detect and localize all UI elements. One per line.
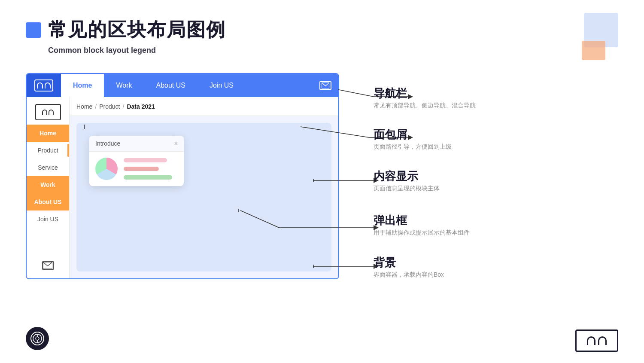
sidebar-item-service[interactable]: Service (27, 159, 69, 176)
modal-header: Introduce × (89, 136, 184, 152)
modal-close-button[interactable]: × (174, 140, 178, 147)
br-arc-right (598, 336, 607, 345)
breadcrumb-bar: Home / Product / Data 2021 (70, 97, 338, 116)
sidebar-item-home[interactable]: Home (27, 125, 69, 142)
title-icon (26, 22, 41, 38)
logo-symbol (34, 79, 53, 92)
nav-logo (27, 74, 61, 97)
annotation-background: 背景 界面容器，承载内容的Box (374, 255, 444, 279)
logo-arc-left (37, 82, 43, 88)
content-area: Home Product Service Work About US Join … (27, 97, 338, 278)
annotation-popup: 弹出框 用于辅助操作或提示展示的基本组件 (374, 213, 470, 237)
svg-point-20 (36, 337, 39, 340)
bg-panel: Introduce × (76, 123, 331, 271)
sidebar-logo (35, 104, 61, 120)
annotation-popup-cn: 弹出框 (374, 213, 470, 228)
bottom-left-logo (26, 327, 49, 350)
sidebar-email-icon[interactable] (42, 261, 54, 270)
annotation-content-desc: 页面信息呈现的模块主体 (374, 185, 440, 192)
annotation-breadcrumb-desc: 页面路径引导，方便回到上级 (374, 143, 452, 151)
annotation-navbar-desc: 常见有顶部导航、侧边导航、混合导航 (374, 102, 476, 110)
sidebar-item-joinus[interactable]: Join US (27, 210, 69, 228)
annotation-breadcrumb: 面包屑 页面路径引导，方便回到上级 (374, 127, 452, 151)
page-title-en: Common block layout legend (48, 46, 226, 55)
sidebar-item-work[interactable]: Work (27, 176, 69, 193)
modal-line-3 (124, 175, 172, 180)
bottom-right-logo (575, 329, 618, 352)
modal-line-1 (124, 158, 167, 162)
page-header: 常见的区块布局图例 Common block layout legend (26, 17, 226, 55)
deco-square-orange (582, 41, 605, 60)
nav-email-icon[interactable] (319, 81, 331, 90)
annotation-background-cn: 背景 (374, 255, 444, 270)
modal-popup: Introduce × (89, 136, 184, 186)
nav-item-joinus[interactable]: Join US (197, 74, 246, 97)
annotation-content-cn: 内容显示 (374, 169, 440, 184)
breadcrumb-sep-2: / (123, 103, 125, 110)
modal-data-lines (124, 158, 178, 180)
decorative-squares (567, 13, 618, 60)
br-arc-left (587, 336, 595, 345)
nav-item-home[interactable]: Home (61, 74, 104, 97)
annotation-navbar: 导航栏 常见有顶部导航、侧边导航、混合导航 (374, 86, 476, 110)
breadcrumb-current: Data 2021 (127, 103, 155, 110)
breadcrumb-product[interactable]: Product (99, 103, 120, 110)
modal-line-2 (124, 167, 159, 171)
breadcrumb-home[interactable]: Home (76, 103, 92, 110)
page-title-cn: 常见的区块布局图例 (48, 17, 226, 43)
annotation-breadcrumb-cn: 面包屑 (374, 127, 452, 142)
annotation-navbar-cn: 导航栏 (374, 86, 476, 101)
sidebar-item-product[interactable]: Product (27, 142, 69, 159)
nav-items: Home Work About US Join US (61, 74, 319, 97)
nav-item-work[interactable]: Work (104, 74, 144, 97)
sidebar-arc-l (42, 110, 47, 115)
breadcrumb-sep-1: / (95, 103, 97, 110)
modal-title: Introduce (95, 140, 120, 147)
modal-chart-circle (95, 158, 118, 180)
nav-item-about[interactable]: About US (144, 74, 197, 97)
logo-arc-right (45, 82, 51, 88)
annotation-content: 内容显示 页面信息呈现的模块主体 (374, 169, 440, 192)
diagram-area: Home Work About US Join US Home Product … (26, 73, 339, 279)
sidebar: Home Product Service Work About US Join … (27, 97, 70, 278)
sidebar-item-about[interactable]: About US (27, 193, 69, 210)
main-panel: Home / Product / Data 2021 Introduce × (70, 97, 338, 278)
nav-bar: Home Work About US Join US (27, 74, 338, 97)
annotation-popup-desc: 用于辅助操作或提示展示的基本组件 (374, 229, 470, 237)
sidebar-arc-r (49, 110, 54, 115)
bottom-logo-inner (30, 332, 44, 345)
modal-body (89, 152, 184, 186)
annotation-background-desc: 界面容器，承载内容的Box (374, 271, 444, 279)
